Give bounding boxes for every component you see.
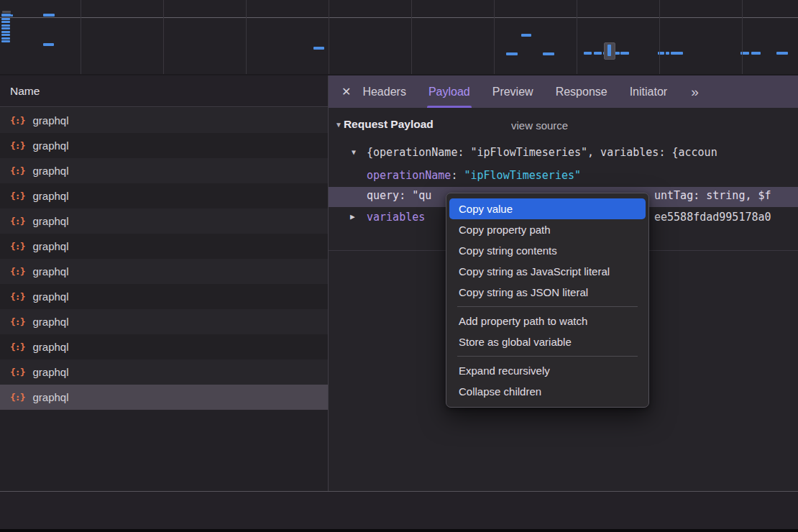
menu-item-add-property-path-to-watch[interactable]: Add property path to watch bbox=[449, 311, 646, 331]
network-request-bar bbox=[1, 14, 11, 17]
request-row[interactable]: {:}graphql bbox=[0, 183, 328, 208]
network-request-bar bbox=[776, 52, 788, 55]
request-row[interactable]: {:}graphql bbox=[0, 133, 328, 158]
disclosure-open-icon[interactable]: ▼ bbox=[352, 148, 356, 156]
overview-gridline bbox=[659, 0, 660, 74]
menu-item-copy-string-as-javascript-literal[interactable]: Copy string as JavaScript literal bbox=[449, 261, 646, 282]
overview-gridline bbox=[329, 0, 329, 74]
menu-item-copy-property-path[interactable]: Copy property path bbox=[449, 219, 646, 240]
network-request-bar bbox=[1, 18, 10, 20]
tab-initiator[interactable]: Initiator bbox=[630, 75, 667, 108]
network-request-bar bbox=[1, 31, 10, 33]
request-row[interactable]: {:}graphql bbox=[0, 259, 328, 284]
request-row[interactable]: {:}graphql bbox=[0, 234, 328, 259]
detail-tab-bar: ✕ HeadersPayloadPreviewResponseInitiator… bbox=[329, 75, 798, 108]
menu-item-collapse-children[interactable]: Collapse children bbox=[449, 381, 646, 402]
overview-gridline bbox=[163, 0, 164, 74]
network-request-bar bbox=[2, 11, 11, 13]
network-request-bar bbox=[620, 52, 629, 55]
overview-gridline bbox=[246, 0, 247, 74]
request-name: graphql bbox=[32, 215, 68, 227]
selected-request-marker-bar bbox=[607, 45, 611, 56]
window-bottom-edge bbox=[0, 529, 798, 532]
request-payload-section-header[interactable]: ▼Request Payload bbox=[335, 118, 434, 131]
status-bar bbox=[0, 492, 798, 529]
request-row[interactable]: {:}graphql bbox=[0, 359, 328, 385]
overview-gridline bbox=[494, 0, 495, 74]
menu-item-copy-value[interactable]: Copy value bbox=[449, 198, 646, 219]
network-request-bar bbox=[1, 24, 10, 27]
request-name: graphql bbox=[32, 290, 68, 303]
network-request-bar bbox=[506, 52, 518, 55]
json-braces-icon: {:} bbox=[10, 241, 24, 252]
network-request-bar bbox=[43, 43, 54, 46]
json-braces-icon: {:} bbox=[10, 115, 24, 126]
network-request-bar bbox=[666, 52, 669, 55]
request-row[interactable]: {:}graphql bbox=[0, 208, 328, 234]
network-request-bar bbox=[11, 14, 13, 17]
request-row[interactable]: {:}graphql bbox=[0, 284, 328, 309]
request-name: graphql bbox=[32, 316, 68, 328]
payload-row-operationname[interactable]: operationName: "ipFlowTimeseries" bbox=[329, 168, 798, 185]
request-name: graphql bbox=[32, 240, 68, 252]
property-key: query bbox=[367, 189, 399, 202]
request-row[interactable]: {:}graphql bbox=[0, 108, 328, 133]
menu-item-store-as-global-variable[interactable]: Store as global variable bbox=[449, 331, 646, 352]
column-header-name-label: Name bbox=[10, 85, 40, 97]
menu-item-copy-string-contents[interactable]: Copy string contents bbox=[449, 240, 646, 261]
disclosure-closed-icon[interactable]: ▶ bbox=[350, 212, 355, 221]
menu-separator bbox=[457, 306, 638, 307]
menu-item-expand-recursively[interactable]: Expand recursively bbox=[449, 360, 646, 381]
request-name: graphql bbox=[32, 190, 68, 202]
network-request-bar bbox=[543, 52, 554, 55]
network-request-bar bbox=[594, 52, 602, 55]
overview-gridline bbox=[81, 0, 81, 74]
network-request-bar bbox=[1, 34, 10, 36]
tab-response[interactable]: Response bbox=[556, 75, 607, 108]
view-source-link[interactable]: view source bbox=[511, 119, 568, 132]
tab-preview[interactable]: Preview bbox=[492, 75, 533, 108]
menu-separator bbox=[457, 356, 638, 357]
request-row[interactable]: {:}graphql bbox=[0, 309, 328, 334]
disclosure-open-icon[interactable]: ▼ bbox=[335, 121, 342, 129]
property-value-fragment: untTag: string, $f bbox=[654, 189, 771, 202]
request-name: graphql bbox=[32, 165, 68, 177]
json-braces-icon: {:} bbox=[10, 341, 24, 352]
request-row[interactable]: {:}graphql bbox=[0, 334, 328, 359]
request-list: {:}graphql{:}graphql{:}graphql{:}graphql… bbox=[0, 108, 328, 411]
network-request-bar bbox=[313, 47, 324, 50]
request-row[interactable]: {:}graphql bbox=[0, 385, 328, 410]
json-braces-icon: {:} bbox=[10, 392, 24, 403]
network-request-bar bbox=[671, 52, 683, 55]
request-name: graphql bbox=[32, 341, 68, 353]
payload-summary-text: {operationName: "ipFlowTimeseries", vari… bbox=[367, 146, 717, 159]
property-value-fragment: "qu bbox=[412, 189, 431, 202]
more-tabs-icon[interactable]: » bbox=[691, 84, 699, 100]
payload-summary-row[interactable]: ▼ {operationName: "ipFlowTimeseries", va… bbox=[329, 145, 798, 162]
json-braces-icon: {:} bbox=[10, 216, 24, 226]
network-request-bar bbox=[1, 37, 10, 40]
json-braces-icon: {:} bbox=[10, 291, 24, 302]
key-value-separator: : bbox=[399, 189, 412, 202]
menu-item-copy-string-as-json-literal[interactable]: Copy string as JSON literal bbox=[449, 282, 646, 303]
json-braces-icon: {:} bbox=[10, 165, 24, 176]
context-menu: Copy valueCopy property pathCopy string … bbox=[446, 193, 649, 408]
request-row[interactable]: {:}graphql bbox=[0, 158, 328, 183]
network-request-bar bbox=[615, 52, 620, 55]
request-name: graphql bbox=[32, 366, 68, 378]
tabs: HeadersPayloadPreviewResponseInitiator bbox=[362, 75, 689, 108]
close-icon[interactable]: ✕ bbox=[341, 85, 351, 98]
network-request-bar bbox=[1, 40, 10, 42]
request-name: graphql bbox=[32, 265, 68, 278]
overview-gridline bbox=[411, 0, 412, 74]
column-header-name[interactable]: Name bbox=[0, 75, 328, 107]
request-name: graphql bbox=[32, 114, 68, 127]
tab-payload[interactable]: Payload bbox=[428, 75, 470, 108]
tab-headers[interactable]: Headers bbox=[362, 75, 405, 108]
devtools-network-panel: Name {:}graphql{:}graphql{:}graphql{:}gr… bbox=[0, 0, 798, 532]
json-braces-icon: {:} bbox=[10, 367, 24, 377]
network-request-bar bbox=[1, 27, 10, 29]
key-value-separator: : bbox=[451, 169, 464, 182]
property-value: "ipFlowTimeseries" bbox=[464, 169, 581, 182]
network-overview-timeline[interactable] bbox=[0, 0, 798, 75]
